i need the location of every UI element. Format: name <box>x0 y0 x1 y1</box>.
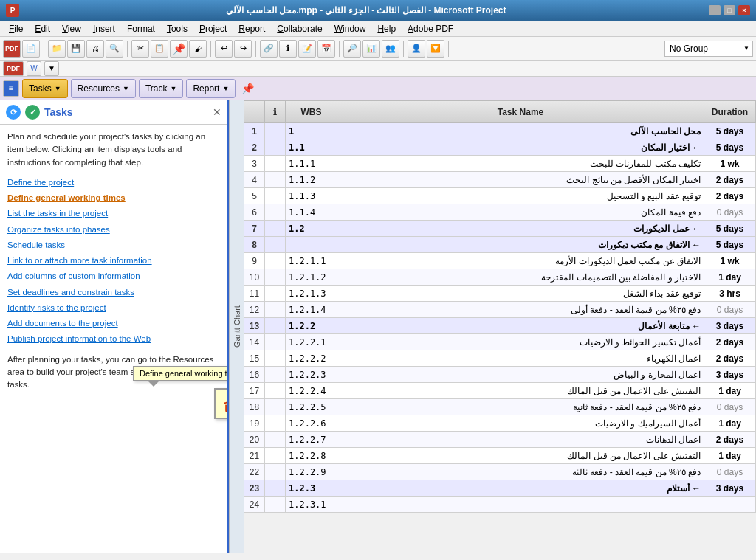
menu-collaborate[interactable]: Collaborate <box>271 22 328 35</box>
assign-button[interactable]: 👥 <box>382 40 399 58</box>
table-row[interactable]: 141.2.2.1أعمال تكسير الحوائط و الارضيات2… <box>244 334 756 350</box>
menu-adobe-pdf[interactable]: Adobe PDF <box>402 22 459 35</box>
cell-wbs: 1.2.1.1 <box>286 253 337 269</box>
resources-button[interactable]: Resources ▼ <box>71 79 136 98</box>
menu-window[interactable]: Window <box>329 22 372 35</box>
table-row[interactable]: 61.1.4دفع قيمة المكان0 days <box>244 204 756 221</box>
gantt-button[interactable]: 📊 <box>362 40 380 58</box>
link-schedule-tasks[interactable]: Schedule tasks <box>7 239 220 252</box>
zoom-in-button[interactable]: 🔎 <box>343 40 361 58</box>
print-button[interactable]: 🖨 <box>86 40 104 58</box>
link-button[interactable]: 🔗 <box>260 40 278 58</box>
tasks-button[interactable]: Tasks ▼ <box>22 79 68 98</box>
minimize-button[interactable]: _ <box>709 5 721 15</box>
table-header-row: ℹ WBS Task Name Duration <box>244 101 756 123</box>
table-row[interactable]: 131.2.2← متابعة الأعمال3 days <box>244 318 756 334</box>
cell-info <box>265 350 286 367</box>
menu-file[interactable]: File <box>3 22 29 35</box>
doc-button[interactable]: 📄 <box>22 40 40 58</box>
view-toggle-button[interactable]: ≡ <box>3 80 19 97</box>
cell-rownum: 19 <box>244 415 265 432</box>
menu-format[interactable]: Format <box>121 22 161 35</box>
table-row[interactable]: 151.2.2.2اعمال الكهرباء2 days <box>244 350 756 367</box>
link-organize-phases[interactable]: Organize tasks into phases <box>7 224 220 236</box>
table-row[interactable]: 231.2.3← أستلام3 days <box>244 480 756 497</box>
cut-button[interactable]: ✂ <box>131 40 149 58</box>
resource-button[interactable]: 👤 <box>408 40 425 58</box>
no-group-dropdown[interactable]: No Group ▼ <box>664 41 753 57</box>
save-button[interactable]: 💾 <box>67 40 85 58</box>
format-painter-button[interactable]: 🖌 <box>189 40 207 58</box>
open-button[interactable]: 📁 <box>48 40 66 58</box>
tb2-word-button[interactable]: W <box>27 61 41 76</box>
table-row[interactable]: 201.2.2.7اعمال الدهانات2 days <box>244 432 756 448</box>
nav-pin-button[interactable]: 📌 <box>241 83 254 94</box>
link-add-columns[interactable]: Add columns of custom information <box>7 270 220 283</box>
redo-button[interactable]: ↪ <box>234 40 252 58</box>
cell-info <box>265 334 286 350</box>
task-table[interactable]: ℹ WBS Task Name Duration 11محل الحاسب ال… <box>244 100 756 553</box>
table-row[interactable]: 21.1← اختيار المكان5 days <box>244 139 756 156</box>
nav-toolbar: ≡ Tasks ▼ Resources ▼ Track ▼ Report ▼ 📌 <box>0 77 756 100</box>
cell-wbs: 1.1.4 <box>286 204 337 221</box>
gantt-area: Gantt Chart ℹ WBS Task Name Duration <box>229 100 756 553</box>
table-row[interactable]: 191.2.2.6أعمال السيراميك و الارضيات1 day <box>244 415 756 432</box>
table-row[interactable]: 111.2.1.3توقيع عقد بداء الشغل3 hrs <box>244 286 756 302</box>
table-row[interactable]: 91.2.1.1الاتفاق عن مكتب لعمل الديكورات ا… <box>244 253 756 269</box>
notes-button[interactable]: 📝 <box>298 40 316 58</box>
cell-info <box>265 318 286 334</box>
menu-project[interactable]: Project <box>193 22 233 35</box>
table-row[interactable]: 11محل الحاسب الآلى5 days <box>244 123 756 139</box>
menu-tools[interactable]: Tools <box>161 22 193 35</box>
track-button[interactable]: Track ▼ <box>139 79 183 98</box>
tb2-pdf-button[interactable]: PDF <box>3 61 24 76</box>
pdf-button[interactable]: PDF <box>3 40 21 58</box>
task-info-button[interactable]: ℹ <box>279 40 297 58</box>
table-row[interactable]: 101.2.1.2الاختيار و المفاضلة بين التصميم… <box>244 269 756 286</box>
close-button[interactable]: × <box>738 5 750 15</box>
tooltip-arrow-icon <box>148 381 159 387</box>
cell-rownum: 2 <box>244 139 265 156</box>
cell-rownum: 17 <box>244 383 265 399</box>
preview-button[interactable]: 🔍 <box>106 40 123 58</box>
autofilter-button[interactable]: 🔽 <box>427 40 444 58</box>
table-row[interactable]: 51.1.3توقيع عقد البيع و التسجيل2 days <box>244 188 756 204</box>
panel-close-button[interactable]: ✕ <box>213 106 221 118</box>
table-row[interactable]: 121.2.1.4دفع ٢٥% من قيمة العقد - دفعة أو… <box>244 302 756 318</box>
calendar-button[interactable]: 📅 <box>317 40 335 58</box>
table-row[interactable]: 41.1.2اختيار المكان الأفضل من نتائج البح… <box>244 172 756 188</box>
paste-button[interactable]: 📌 <box>170 40 188 58</box>
table-row[interactable]: 171.2.2.4التفتيش على الاعمال من قبل الما… <box>244 383 756 399</box>
menu-edit[interactable]: Edit <box>29 22 56 35</box>
col-taskname: Task Name <box>337 101 704 123</box>
copy-button[interactable]: 📋 <box>151 40 168 58</box>
table-row[interactable]: 161.2.2.3اعمال المحارة و البياض3 days <box>244 367 756 383</box>
link-add-docs[interactable]: Add documents to the project <box>7 317 220 330</box>
menu-help[interactable]: Help <box>371 22 402 35</box>
table-row[interactable]: 71.2← عمل الديكورات5 days <box>244 221 756 237</box>
menu-insert[interactable]: Insert <box>87 22 121 35</box>
link-link-tasks[interactable]: Link to or attach more task information <box>7 255 220 267</box>
report-button[interactable]: Report ▼ <box>186 79 236 98</box>
table-row[interactable]: 211.2.2.8التفتيش على الاعمال من قبل الما… <box>244 448 756 464</box>
cell-info <box>265 139 286 156</box>
table-row[interactable]: 181.2.2.5دفع ٢٥% من قيمة العقد - دفعة ثا… <box>244 399 756 415</box>
cell-rownum: 22 <box>244 464 265 480</box>
link-define-project[interactable]: Define the project <box>7 176 220 189</box>
click-here-button[interactable]: انقر هنا <box>214 388 229 419</box>
link-publish-info[interactable]: Publish project information to the Web <box>7 333 220 345</box>
undo-button[interactable]: ↩ <box>215 40 233 58</box>
table-row[interactable]: 31.1.1تكليف مكتب للمقارنات للبحث1 wk <box>244 156 756 172</box>
tb2-extra-button[interactable]: ▼ <box>44 61 59 76</box>
menu-report[interactable]: Report <box>233 22 271 35</box>
link-set-deadlines[interactable]: Set deadlines and constrain tasks <box>7 286 220 299</box>
menu-view[interactable]: View <box>56 22 87 35</box>
table-row[interactable]: 221.2.2.9دفع ٢٥% من قيمة العقد - دفعة ثا… <box>244 464 756 480</box>
link-identify-risks[interactable]: Identify risks to the project <box>7 302 220 314</box>
link-define-working-times[interactable]: Define general working times <box>7 192 220 204</box>
link-list-tasks[interactable]: List the tasks in the project <box>7 207 220 220</box>
cell-taskname: أعمال السيراميك و الارضيات <box>337 415 704 432</box>
table-row[interactable]: 241.2.3.1 <box>244 497 756 513</box>
maximize-button[interactable]: □ <box>724 5 735 15</box>
table-row[interactable]: 8← الاتفاق مع مكتب ديكورات5 days <box>244 237 756 253</box>
